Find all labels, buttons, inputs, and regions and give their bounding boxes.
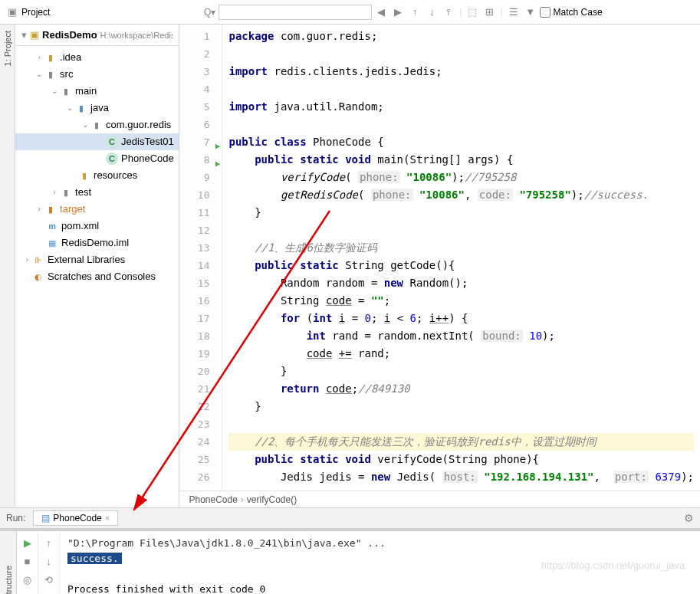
breadcrumb[interactable]: PhoneCode › verifyCode() <box>179 491 700 507</box>
dump-icon[interactable]: ◎ <box>21 573 35 586</box>
run-label: Run: <box>6 513 25 523</box>
gutter[interactable]: 1234567▶8▶910111213141516171819202122232… <box>179 25 222 491</box>
project-panel: ▾ ▣ RedisDemo H:\workspace\RedisD ›▮.ide… <box>15 25 179 507</box>
console-exit: Process finished with exit code 0 <box>67 582 692 594</box>
up-stack-icon[interactable]: ↑ <box>42 536 56 550</box>
tree-ext-lib[interactable]: ›⊪External Libraries <box>15 251 179 268</box>
tree-idea[interactable]: ›▮.idea <box>15 49 179 66</box>
tree-test[interactable]: ›▮test <box>15 184 179 201</box>
run-tab-icon: ▤ <box>41 513 50 523</box>
code-area[interactable]: 1234567▶8▶910111213141516171819202122232… <box>179 25 700 491</box>
tree-iml[interactable]: ▦RedisDemo.iml <box>15 235 179 251</box>
add-sel-icon[interactable]: ⊞ <box>483 6 495 18</box>
up-icon[interactable]: ↑ <box>409 6 421 18</box>
editor-toolbar: ▣ Project Q▾ ◀ ▶ ↑ ↓ ⫯ | ⬚ ⊞ | ☰ ▼ Match… <box>0 0 700 25</box>
root-arrow[interactable]: ▾ <box>21 29 27 41</box>
tree-file-phone[interactable]: CPhoneCode <box>15 150 179 167</box>
run-toolbar-2: ↑ ↓ ⟲ ⇲ <box>38 531 60 594</box>
next-icon[interactable]: ▶ <box>392 6 404 18</box>
tree-pom[interactable]: mpom.xml <box>15 218 179 235</box>
tree-scratch[interactable]: ◐Scratches and Consoles <box>15 268 179 285</box>
structure-tool-tab[interactable]: 7: Structure <box>4 566 13 594</box>
scroll-end-icon[interactable]: ⇲ <box>42 591 56 594</box>
run-tab-title: PhoneCode <box>53 513 101 523</box>
breadcrumb-method[interactable]: verifyCode() <box>247 494 297 505</box>
project-tool-tab[interactable]: 1: Project <box>3 31 12 66</box>
code-content[interactable]: package com.guor.redis;import redis.clie… <box>222 25 700 491</box>
console-cmd: "D:\Program Files\Java\jdk1.8.0_241\bin\… <box>67 536 692 551</box>
filter-icon[interactable]: ☰ <box>508 6 520 18</box>
run-panel: 7: Structure ▶ ■ ◎ » ↑ ↓ ⟲ ⇲ "D:\Program… <box>0 529 700 594</box>
run-tab[interactable]: ▤ PhoneCode × <box>33 510 118 526</box>
console-success: success. <box>67 553 122 564</box>
tree-file-jedis[interactable]: CJedisTest01 <box>15 133 179 150</box>
match-case-checkbox[interactable]: Match Case <box>540 7 603 18</box>
tree-target[interactable]: ›▮target <box>15 201 179 218</box>
pin-icon[interactable]: ⫯ <box>442 6 455 18</box>
run-settings-icon[interactable]: ⚙ <box>684 512 694 524</box>
match-case-label: Match Case <box>554 7 603 18</box>
run-toolbar-1: ▶ ■ ◎ » <box>17 531 38 594</box>
match-case-input[interactable] <box>540 7 550 18</box>
console-output[interactable]: "D:\Program Files\Java\jdk1.8.0_241\bin\… <box>60 531 700 594</box>
project-tree[interactable]: ›▮.idea ⌄▮src ⌄▮main ⌄▮java ⌄▮com.guor.r… <box>15 46 179 288</box>
tree-main[interactable]: ⌄▮main <box>15 83 179 100</box>
breadcrumb-class[interactable]: PhoneCode <box>189 494 237 505</box>
project-icon: ▣ <box>6 6 18 18</box>
project-name: RedisDemo <box>42 29 97 41</box>
breadcrumb-sep: › <box>241 494 244 505</box>
project-header: ▾ ▣ RedisDemo H:\workspace\RedisD <box>15 25 179 46</box>
module-icon: ▣ <box>30 29 39 41</box>
project-label: Project <box>21 7 50 18</box>
tree-package[interactable]: ⌄▮com.guor.redis <box>15 117 179 133</box>
tree-java[interactable]: ⌄▮java <box>15 100 179 117</box>
tree-resources[interactable]: ▮resources <box>15 167 179 184</box>
down-icon[interactable]: ↓ <box>426 6 438 18</box>
editor-panel: 1234567▶8▶910111213141516171819202122232… <box>179 25 700 507</box>
run-tool-bar: Run: ▤ PhoneCode × ⚙ <box>0 507 700 529</box>
funnel-icon[interactable]: ▼ <box>524 6 537 18</box>
stop-icon[interactable]: ■ <box>21 554 35 568</box>
tree-src[interactable]: ⌄▮src <box>15 66 179 83</box>
select-all-icon[interactable]: ⬚ <box>466 6 478 18</box>
rerun-icon[interactable]: ▶ <box>21 536 35 550</box>
prev-icon[interactable]: ◀ <box>375 6 387 18</box>
exit-icon[interactable]: » <box>21 591 35 594</box>
left-tool-stripe: 1: Project <box>0 25 15 507</box>
left-tool-stripe-bottom: 7: Structure <box>0 531 17 594</box>
search-input[interactable] <box>219 5 372 20</box>
project-path: H:\workspace\RedisD <box>100 31 173 40</box>
find-bar: Q▾ ◀ ▶ ↑ ↓ ⫯ | ⬚ ⊞ | ☰ ▼ Match Case <box>204 5 694 20</box>
soft-wrap-icon[interactable]: ⟲ <box>42 573 56 586</box>
down-stack-icon[interactable]: ↓ <box>42 554 56 568</box>
run-tab-close-icon[interactable]: × <box>105 514 110 523</box>
